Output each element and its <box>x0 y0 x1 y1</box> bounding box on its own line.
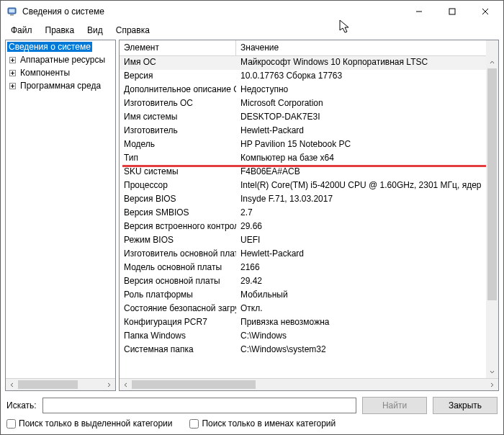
scroll-left-icon[interactable] <box>6 379 18 390</box>
list-row[interactable]: Версия10.0.17763 Сборка 17763 <box>120 70 486 84</box>
list-row[interactable]: Модель основной платы2166 <box>120 261 486 275</box>
list-row[interactable]: ТипКомпьютер на базе x64 <box>120 152 486 166</box>
cell-element: Версия BIOS <box>120 193 236 207</box>
titlebar: Сведения о системе <box>1 1 503 22</box>
list-header: Элемент Значение <box>120 40 498 56</box>
cell-value: Майкрософт Windows 10 Корпоративная LTSC <box>236 56 486 70</box>
list-row[interactable]: Имя системыDESKTOP-DAK7E3I <box>120 111 486 125</box>
scroll-down-icon[interactable] <box>486 366 498 378</box>
list-hscroll[interactable] <box>120 378 498 390</box>
tree-item-label: Компоненты <box>19 68 71 78</box>
cell-element: Роль платформы <box>120 289 236 302</box>
find-button[interactable]: Найти <box>362 397 427 414</box>
cell-element: Состояние безопасной загрузки <box>120 302 236 316</box>
cell-element: Режим BIOS <box>120 234 236 248</box>
tree-item-label: Аппаратные ресурсы <box>19 55 107 65</box>
list-row[interactable]: Изготовитель ОСMicrosoft Corporation <box>120 97 486 111</box>
menu-edit[interactable]: Правка <box>40 24 81 37</box>
cell-element: SKU системы <box>120 166 236 179</box>
tree-item-label: Программная среда <box>19 81 102 91</box>
menu-help[interactable]: Справка <box>110 24 156 37</box>
cell-value: C:\Windows <box>236 330 486 344</box>
list-row[interactable]: Роль платформыМобильный <box>120 289 486 302</box>
list-row[interactable]: Изготовитель основной платыHewlett-Packa… <box>120 248 486 261</box>
close-button[interactable] <box>469 1 502 22</box>
expand-icon[interactable] <box>7 68 17 78</box>
cell-element: Версия основной платы <box>120 275 236 289</box>
svg-rect-4 <box>449 9 455 14</box>
chk-category-names[interactable]: Поиск только в именах категорий <box>189 418 336 429</box>
scroll-right-icon[interactable] <box>486 379 498 390</box>
cell-element: Папка Windows <box>120 330 236 344</box>
tree-root-label: Сведения о системе <box>7 42 92 52</box>
list-row[interactable]: Версия основной платы29.42 <box>120 275 486 289</box>
cell-element: Версия <box>120 70 236 84</box>
scroll-left-icon[interactable] <box>120 379 132 390</box>
search-options: Поиск только в выделенной категории Поис… <box>1 417 503 434</box>
categories-tree[interactable]: Сведения о системе Аппаратные ресурсы Ко… <box>5 40 116 391</box>
cell-element: Модель основной платы <box>120 261 236 275</box>
window-title: Сведения о системе <box>22 6 402 17</box>
list-row[interactable]: Версия встроенного контроллера29.66 <box>120 220 486 234</box>
scroll-right-icon[interactable] <box>103 379 115 390</box>
cell-value: F4B06EA#ACB <box>236 166 486 179</box>
list-row[interactable]: SKU системыF4B06EA#ACB <box>120 166 486 179</box>
chk-category-names-label: Поиск только в именах категорий <box>202 418 336 429</box>
cell-value: Компьютер на базе x64 <box>236 152 486 166</box>
expand-icon[interactable] <box>7 81 17 91</box>
chk-selected-category-box[interactable] <box>6 419 16 429</box>
list-row[interactable]: МодельHP Pavilion 15 Notebook PC <box>120 138 486 152</box>
menu-file[interactable]: Файл <box>5 24 38 37</box>
cell-value: 2.7 <box>236 207 486 220</box>
list-row[interactable]: Версия SMBIOS2.7 <box>120 207 486 220</box>
system-info-window: Сведения о системе Файл Правка Вид Справ… <box>0 0 504 435</box>
list-row[interactable]: ИзготовительHewlett-Packard <box>120 125 486 138</box>
maximize-button[interactable] <box>436 1 469 22</box>
cell-value: 10.0.17763 Сборка 17763 <box>236 70 486 84</box>
list-row[interactable]: Системная папкаC:\Windows\system32 <box>120 344 486 357</box>
cell-element: Имя ОС <box>120 56 236 70</box>
cell-value: Intel(R) Core(TM) i5-4200U CPU @ 1.60GHz… <box>236 179 486 193</box>
menu-view[interactable]: Вид <box>81 24 109 37</box>
cell-element: Версия SMBIOS <box>120 207 236 220</box>
list-body[interactable]: Имя ОСМайкрософт Windows 10 Корпоративна… <box>120 56 498 378</box>
tree-item[interactable]: Компоненты <box>6 66 115 79</box>
col-value[interactable]: Значение <box>236 40 498 55</box>
list-row[interactable]: Имя ОСМайкрософт Windows 10 Корпоративна… <box>120 56 486 70</box>
search-row: Искать: Найти Закрыть <box>1 393 503 417</box>
tree-item[interactable]: Аппаратные ресурсы <box>6 53 115 66</box>
close-search-button[interactable]: Закрыть <box>433 397 498 414</box>
tree-root[interactable]: Сведения о системе <box>6 40 115 53</box>
cell-element: Системная папка <box>120 344 236 357</box>
minimize-button[interactable] <box>402 1 436 22</box>
search-input[interactable] <box>42 398 356 413</box>
cell-value: 29.42 <box>236 275 486 289</box>
cell-element: Дополнительное описание ОС <box>120 84 236 97</box>
list-row[interactable]: ПроцессорIntel(R) Core(TM) i5-4200U CPU … <box>120 179 486 193</box>
chk-category-names-box[interactable] <box>189 419 199 429</box>
cell-value: 2166 <box>236 261 486 275</box>
tree-item[interactable]: Программная среда <box>6 79 115 92</box>
cell-value: Недоступно <box>236 84 486 97</box>
cell-element: Модель <box>120 138 236 152</box>
cell-value: Откл. <box>236 302 486 316</box>
list-vscroll[interactable] <box>486 56 498 378</box>
list-row[interactable]: Состояние безопасной загрузкиОткл. <box>120 302 486 316</box>
scroll-up-icon[interactable] <box>486 56 498 68</box>
tree-hscroll[interactable] <box>6 378 115 390</box>
cell-value: Мобильный <box>236 289 486 302</box>
list-row[interactable]: Папка WindowsC:\Windows <box>120 330 486 344</box>
col-element[interactable]: Элемент <box>120 40 236 55</box>
list-row[interactable]: Режим BIOSUEFI <box>120 234 486 248</box>
app-icon <box>6 6 18 17</box>
cell-element: Изготовитель <box>120 125 236 138</box>
svg-rect-2 <box>10 14 14 16</box>
chk-selected-category[interactable]: Поиск только в выделенной категории <box>6 418 172 429</box>
list-row[interactable]: Конфигурация PCR7Привязка невозможна <box>120 316 486 330</box>
expand-icon[interactable] <box>7 55 17 65</box>
cell-element: Изготовитель ОС <box>120 97 236 111</box>
cell-element: Процессор <box>120 179 236 193</box>
list-row[interactable]: Дополнительное описание ОСНедоступно <box>120 84 486 97</box>
list-row[interactable]: Версия BIOSInsyde F.71, 13.03.2017 <box>120 193 486 207</box>
chk-selected-category-label: Поиск только в выделенной категории <box>19 418 172 429</box>
